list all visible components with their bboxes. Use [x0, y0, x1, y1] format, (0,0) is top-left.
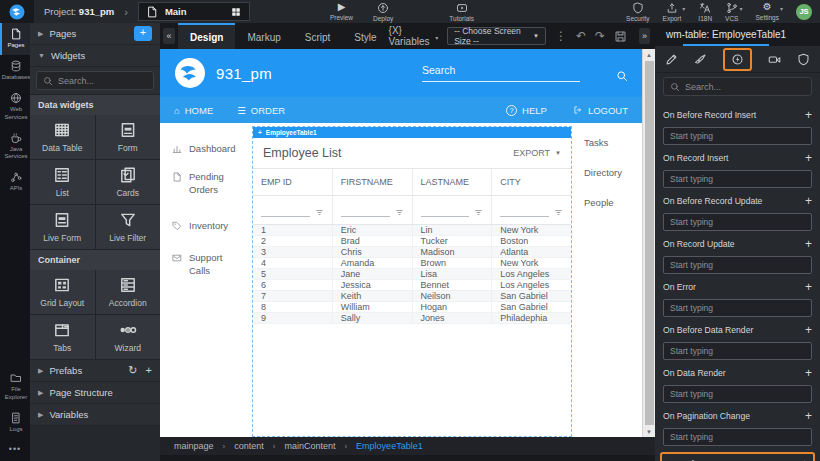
sidebar-item-pending-orders[interactable]: Pending Orders: [172, 163, 246, 204]
rail-item-databases[interactable]: Databases: [0, 55, 30, 87]
event-handler-input[interactable]: [663, 342, 812, 360]
collapse-right-panel-button[interactable]: »: [639, 28, 650, 44]
tab-script[interactable]: Script: [293, 23, 343, 49]
table-row[interactable]: 5JaneLisaLos Angeles: [253, 269, 571, 280]
user-avatar[interactable]: JS: [796, 4, 812, 20]
filter-input[interactable]: [421, 206, 470, 217]
scrollbar-thumb[interactable]: [645, 61, 654, 425]
sidebar-item-inventory[interactable]: Inventory: [172, 212, 246, 240]
events-tab[interactable]: [723, 48, 752, 71]
sidebar-item-dashboard[interactable]: Dashboard: [172, 135, 246, 163]
pages-section-header[interactable]: ▶ Pages +: [30, 23, 160, 45]
table-row[interactable]: 4AmandaBrownNew York: [253, 258, 571, 269]
event-handler-input[interactable]: [663, 428, 812, 446]
add-event-icon[interactable]: +: [805, 109, 812, 121]
event-handler-input[interactable]: [663, 213, 812, 231]
widget-tile-live-filter[interactable]: Live Filter: [96, 205, 161, 249]
table-row[interactable]: 9SallyJonesPhiladephia: [253, 313, 571, 324]
widget-tile-data-table[interactable]: Data Table: [30, 115, 95, 159]
add-event-icon[interactable]: +: [805, 367, 812, 379]
filter-icon[interactable]: [554, 208, 563, 217]
table-row[interactable]: 3ChrisMadisonAtlanta: [253, 247, 571, 258]
filter-input[interactable]: [500, 206, 549, 217]
page-structure-section-header[interactable]: ▶ Page Structure: [30, 382, 160, 404]
column-header[interactable]: FIRSTNAME: [333, 169, 413, 195]
tutorials-button[interactable]: Tutorials: [449, 2, 474, 22]
filter-input[interactable]: [341, 206, 390, 217]
nav-help[interactable]: ? HELP: [506, 105, 547, 116]
rail-item-web-services[interactable]: Web Services: [0, 87, 30, 126]
widget-tile-live-form[interactable]: Live Form: [30, 205, 95, 249]
wavemaker-logo[interactable]: [0, 0, 34, 23]
add-event-icon[interactable]: +: [805, 410, 812, 422]
widget-search-input[interactable]: [58, 76, 147, 86]
tab-style[interactable]: Style: [342, 23, 388, 49]
variables-section-header[interactable]: ▶ Variables: [30, 404, 160, 426]
filter-icon[interactable]: [315, 208, 324, 217]
widget-tile-wizard[interactable]: Wizard: [96, 315, 161, 359]
settings-menu[interactable]: ⚙ Settings ▾: [755, 2, 783, 21]
event-handler-input[interactable]: [663, 299, 812, 317]
undo-icon[interactable]: ↶: [576, 30, 586, 42]
rail-overflow-icon[interactable]: •••: [9, 439, 21, 461]
scroll-up-icon[interactable]: ▲: [646, 49, 652, 60]
rail-item-logs[interactable]: Logs: [0, 407, 30, 439]
security-button[interactable]: Security: [626, 2, 649, 22]
add-page-button[interactable]: +: [134, 26, 152, 41]
rail-item-apis[interactable]: APIs: [0, 166, 30, 198]
page-selector[interactable]: Main: [138, 2, 250, 21]
widget-tile-tabs[interactable]: Tabs: [30, 315, 95, 359]
event-handler-input[interactable]: [663, 170, 812, 188]
widget-tile-grid-layout[interactable]: Grid Layout: [30, 270, 95, 314]
table-row[interactable]: 2BradTuckerBoston: [253, 236, 571, 247]
preview-button[interactable]: ▶ Preview: [330, 2, 353, 22]
screen-size-select[interactable]: -- Choose Screen Size -- ▼: [447, 27, 546, 45]
sidebar-item-support-calls[interactable]: Support Calls: [172, 244, 246, 285]
save-icon[interactable]: [614, 30, 627, 43]
column-header[interactable]: CITY: [492, 169, 571, 195]
table-row[interactable]: 6JessicaBennetLos Angeles: [253, 280, 571, 291]
add-event-icon[interactable]: +: [805, 238, 812, 250]
event-handler-input[interactable]: [663, 385, 812, 403]
link-directory[interactable]: Directory: [584, 167, 638, 178]
properties-tab[interactable]: [665, 53, 678, 66]
nav-home[interactable]: ⌂ HOME: [174, 105, 213, 116]
filter-icon[interactable]: [474, 208, 483, 217]
widget-tile-accordion[interactable]: Accordion: [96, 270, 161, 314]
redo-icon[interactable]: ↷: [595, 30, 605, 42]
breadcrumb-item[interactable]: mainContent: [284, 441, 335, 451]
rail-item-file-explorer[interactable]: File Explorer: [0, 367, 30, 406]
add-event-icon[interactable]: +: [805, 195, 812, 207]
column-header[interactable]: EMP ID: [253, 169, 333, 195]
more-options-icon[interactable]: ⋮: [555, 30, 567, 42]
add-event-icon[interactable]: +: [805, 281, 812, 293]
export-menu[interactable]: Export ▾: [663, 2, 686, 22]
nav-order[interactable]: ☰ ORDER: [237, 105, 285, 116]
events-search-input[interactable]: [685, 82, 805, 92]
app-search-input[interactable]: Search: [422, 64, 580, 82]
nav-logout[interactable]: LOGOUT: [573, 105, 628, 116]
link-tasks[interactable]: Tasks: [584, 137, 638, 148]
breadcrumb-item-active[interactable]: EmployeeTable1: [356, 441, 423, 451]
export-button[interactable]: EXPORT ▼: [513, 148, 561, 158]
device-tab[interactable]: [768, 53, 781, 66]
scroll-down-icon[interactable]: ▼: [646, 426, 652, 437]
security-tab[interactable]: [797, 53, 810, 66]
rail-item-pages[interactable]: Pages: [0, 23, 30, 55]
i18n-button[interactable]: I18N: [698, 2, 712, 22]
widget-tile-cards[interactable]: Cards: [96, 160, 161, 204]
event-handler-input[interactable]: [663, 256, 812, 274]
tab-design[interactable]: Design: [178, 23, 235, 49]
event-handler-input[interactable]: [663, 127, 812, 145]
table-row[interactable]: 8WilliamHoganSan Gabriel: [253, 302, 571, 313]
variables-dropdown[interactable]: {X} Variables ▾: [389, 25, 439, 47]
prefabs-section-header[interactable]: ▶ Prefabs ↻ +: [30, 360, 160, 382]
collapse-left-panel-button[interactable]: «: [163, 28, 175, 44]
filter-input[interactable]: [261, 206, 310, 217]
widget-tile-form[interactable]: Form: [96, 115, 161, 159]
add-event-icon[interactable]: +: [805, 324, 812, 336]
breadcrumb-item[interactable]: mainpage: [174, 441, 214, 451]
add-prefab-button[interactable]: +: [146, 364, 152, 377]
widget-tile-list[interactable]: List: [30, 160, 95, 204]
vcs-menu[interactable]: VCS ▾: [725, 2, 742, 22]
